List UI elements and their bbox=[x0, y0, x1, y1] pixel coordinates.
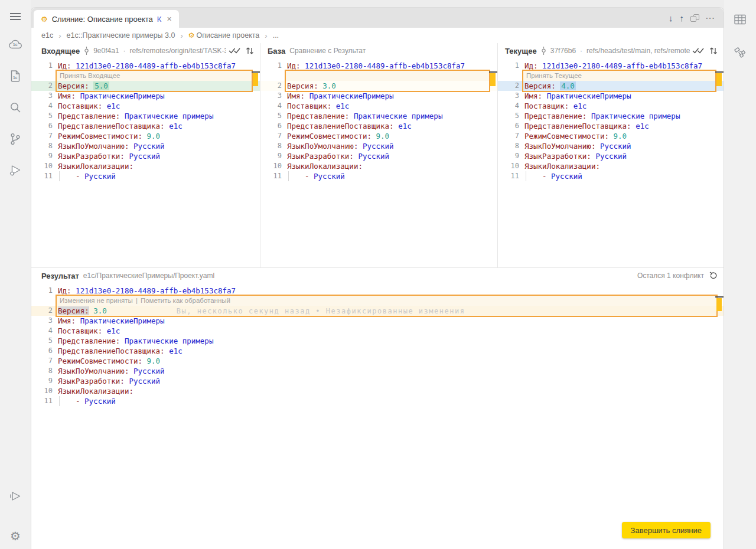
line-number: 4 bbox=[498, 101, 519, 111]
ruler-conflict-marker[interactable] bbox=[716, 73, 722, 86]
yaml-value: Русский bbox=[363, 142, 394, 151]
code-text: Ид: 121d13e0-2180-4489-affb-eb4b153c8fa7 bbox=[58, 286, 724, 296]
yaml-key: Поставщик: bbox=[287, 102, 331, 110]
yaml-key: ПредставлениеПоставщика: bbox=[58, 347, 165, 355]
accept-incoming-link[interactable]: Принять Входящее bbox=[60, 71, 120, 81]
accept-all-icon[interactable] bbox=[692, 47, 704, 54]
navigate-up-icon[interactable]: ↑ bbox=[680, 13, 685, 23]
cloud-1c-icon[interactable]: 1с bbox=[8, 39, 22, 50]
yaml-key: Версия: bbox=[524, 81, 556, 90]
yaml-value: 121d13e0-2180-4489-affb-eb4b153c8fa7 bbox=[76, 61, 236, 70]
code-text: Имя: ПрактическиеПримеры bbox=[58, 316, 724, 326]
run-icon[interactable] bbox=[9, 491, 22, 502]
code-text: ЯзыкРазработки: Русский bbox=[524, 151, 724, 161]
editor-base[interactable]: 1Ид: 121d13e0-2180-4489-affb-eb4b153c8fa… bbox=[260, 61, 497, 181]
metadata-structure-icon[interactable] bbox=[734, 46, 747, 58]
code-line-7: 7РежимСовместимости: 9.0 bbox=[31, 356, 724, 366]
git-branch-icon[interactable] bbox=[10, 133, 21, 145]
breadcrumb-item-project[interactable]: e1c::Практические примеры 3.0 bbox=[67, 31, 175, 40]
line-number: 11 bbox=[498, 171, 519, 181]
editor-incoming[interactable]: 1Ид: 121d13e0-2180-4489-affb-eb4b153c8fa… bbox=[31, 61, 260, 181]
editor-result[interactable]: 1Ид: 121d13e0-2180-4489-affb-eb4b153c8fa… bbox=[31, 286, 724, 406]
compare-icon[interactable] bbox=[246, 47, 254, 55]
space bbox=[372, 132, 376, 140]
accept-all-icon[interactable] bbox=[229, 47, 240, 54]
merge-gear-icon: ⚙ bbox=[41, 15, 48, 24]
yaml-value: e1c bbox=[107, 102, 120, 110]
tab-close-icon[interactable]: × bbox=[167, 14, 171, 24]
yaml-value: Практические примеры bbox=[125, 336, 214, 345]
space bbox=[120, 112, 125, 120]
space bbox=[129, 142, 133, 151]
yaml-key: ЯзыкРазработки: bbox=[287, 152, 354, 161]
search-icon[interactable] bbox=[9, 102, 21, 113]
space bbox=[129, 367, 133, 375]
conflict-action-strip: Изменения не приняты | Пометить как обра… bbox=[31, 296, 724, 306]
pane-result-header: Результат e1c/ПрактическиеПримеры/Проект… bbox=[31, 268, 724, 283]
more-actions-icon[interactable]: ··· bbox=[706, 14, 715, 22]
space bbox=[609, 132, 614, 140]
yaml-value: Русский bbox=[133, 142, 165, 151]
space bbox=[542, 92, 547, 100]
tab-merge-project-description[interactable]: ⚙ Слияние: Описание проекта К × bbox=[34, 10, 179, 28]
split-editor-icon[interactable] bbox=[690, 14, 699, 22]
code-text: Представление: Практические примеры bbox=[287, 111, 497, 121]
code-line-6: 6ПредставлениеПоставщика: e1c bbox=[498, 121, 724, 131]
breadcrumb-item-e1c[interactable]: e1c bbox=[41, 31, 53, 40]
code-text: Версия: 5.0 bbox=[58, 81, 260, 91]
yaml-value: 121d13e0-2180-4489-affb-eb4b153c8fa7 bbox=[76, 286, 236, 295]
debug-icon[interactable] bbox=[9, 164, 22, 177]
accept-current-link[interactable]: Принять Текущее bbox=[526, 71, 582, 81]
line-number: 6 bbox=[260, 121, 282, 131]
line-number: 7 bbox=[31, 356, 53, 366]
yaml-value: e1c bbox=[573, 102, 587, 110]
pane-subtitle: Сравнение с Результат bbox=[289, 47, 366, 55]
code-text: ЯзыкиЛокализации: bbox=[287, 161, 497, 171]
code-line-8: 8ЯзыкПоУмолчанию: Русский bbox=[260, 141, 497, 151]
changes-not-accepted-link[interactable]: Изменения не приняты bbox=[60, 296, 133, 306]
line-number: 5 bbox=[498, 111, 519, 121]
ruler-position-marker bbox=[252, 71, 260, 73]
line-number: 10 bbox=[31, 161, 53, 171]
finish-merge-button[interactable]: Завершить слияние bbox=[622, 522, 711, 538]
code-text: ПредставлениеПоставщика: e1c bbox=[524, 121, 724, 131]
line-number: 3 bbox=[260, 91, 282, 101]
navigate-down-icon[interactable]: ↓ bbox=[669, 13, 673, 23]
space bbox=[71, 286, 76, 295]
breadcrumb-item-description[interactable]: ⚙ Описание проекта bbox=[188, 31, 260, 40]
pane-title: Текущее bbox=[505, 47, 537, 55]
code-text: РежимСовместимости: 9.0 bbox=[58, 356, 724, 366]
list-item: - Русский bbox=[287, 171, 345, 181]
code-line-4: 4Поставщик: e1c bbox=[31, 326, 724, 336]
editor-current[interactable]: 1Ид: 121d13e0-2180-4489-affb-eb4b153c8fa… bbox=[498, 61, 724, 181]
line-number: 9 bbox=[260, 151, 282, 161]
compare-icon[interactable] bbox=[709, 47, 718, 55]
ruler-conflict-marker[interactable] bbox=[716, 298, 722, 311]
code-line-4: 4Поставщик: e1c bbox=[498, 101, 724, 111]
space bbox=[142, 357, 147, 365]
space bbox=[76, 316, 80, 325]
yaml-key: ЯзыкПоУмолчанию: bbox=[524, 142, 595, 151]
ruler-conflict-marker[interactable] bbox=[490, 73, 496, 86]
space bbox=[538, 61, 543, 70]
code-text: ЯзыкРазработки: Русский bbox=[58, 376, 724, 386]
ruler-conflict-marker[interactable] bbox=[253, 73, 258, 86]
line-number: 2 bbox=[498, 81, 519, 91]
left-toolbar: 1с 1с ⚙ bbox=[0, 0, 31, 549]
mark-as-processed-link[interactable]: Пометить как обработанный bbox=[141, 296, 230, 306]
breadcrumb-item-ellipsis[interactable]: ... bbox=[273, 31, 279, 40]
yaml-key: Ид: bbox=[58, 61, 71, 70]
code-line-5: 5Представление: Практические примеры bbox=[260, 111, 497, 121]
undo-icon[interactable] bbox=[709, 272, 718, 280]
line-number: 9 bbox=[31, 376, 53, 386]
line-number: 2 bbox=[260, 81, 282, 91]
settings-gear-icon[interactable]: ⚙ bbox=[10, 530, 21, 542]
main-menu-icon[interactable] bbox=[9, 12, 21, 21]
space bbox=[358, 142, 363, 151]
code-text: Ид: 121d13e0-2180-4489-affb-eb4b153c8fa7 bbox=[524, 61, 724, 71]
table-view-icon[interactable] bbox=[734, 14, 747, 25]
document-1c-icon[interactable]: 1с bbox=[10, 70, 21, 82]
conflict-action-strip: Принять Входящее bbox=[31, 71, 260, 81]
yaml-value: ПрактическиеПримеры bbox=[80, 92, 165, 100]
yaml-key: РежимСовместимости: bbox=[58, 132, 142, 140]
